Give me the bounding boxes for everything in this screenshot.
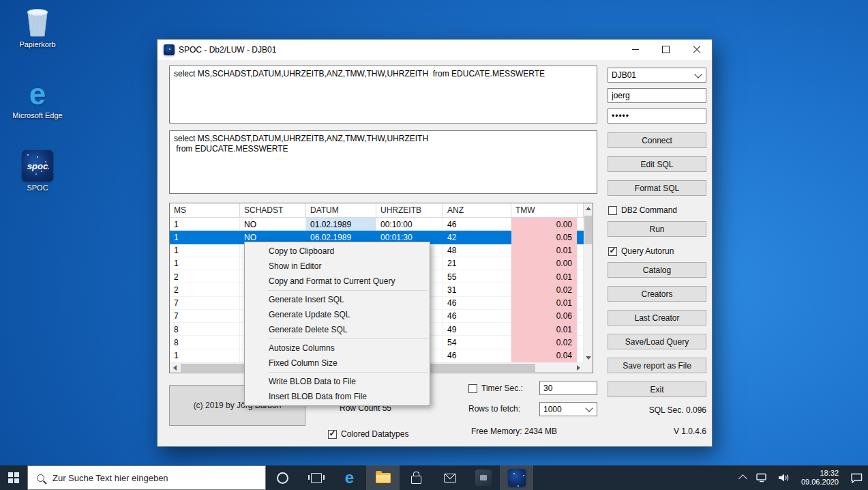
start-button[interactable] <box>0 465 27 490</box>
table-cell[interactable]: 1 <box>170 218 240 231</box>
table-cell[interactable]: 49 <box>443 323 511 336</box>
table-cell[interactable] <box>578 270 584 283</box>
database-select[interactable]: DJB01 <box>608 68 706 83</box>
table-cell[interactable]: 46 <box>443 310 511 323</box>
table-cell[interactable] <box>578 336 584 349</box>
table-cell[interactable] <box>578 297 584 310</box>
save-report-button[interactable]: Save report as File <box>608 358 706 373</box>
table-cell[interactable] <box>578 349 584 362</box>
minimize-button[interactable] <box>620 40 650 59</box>
taskbar-search[interactable] <box>27 465 266 490</box>
table-cell[interactable]: 8 <box>170 336 240 349</box>
table-cell[interactable]: 0.04 <box>511 349 578 362</box>
table-cell[interactable]: 55 <box>443 270 511 283</box>
timer-checkbox[interactable]: Timer Sec.: <box>468 384 523 393</box>
table-cell[interactable]: 0.05 <box>511 231 578 244</box>
action-center-button[interactable] <box>845 465 868 490</box>
tray-expand-button[interactable] <box>735 465 751 490</box>
menu-item-generate-insert[interactable]: Generate Insert SQL <box>245 292 430 307</box>
table-row[interactable]: 1NO01.02.198900:10:00460.00 <box>170 218 584 231</box>
table-cell[interactable] <box>578 231 584 244</box>
username-input[interactable] <box>608 88 706 103</box>
task-view-button[interactable] <box>299 465 333 490</box>
table-cell[interactable]: 0.01 <box>511 270 578 283</box>
table-cell[interactable]: NO <box>240 218 306 231</box>
table-cell[interactable]: 48 <box>443 244 511 257</box>
menu-item-generate-update[interactable]: Generate Update SQL <box>245 307 430 322</box>
table-cell[interactable]: 0.02 <box>511 283 578 296</box>
menu-item-write-blob[interactable]: Write BLOB Data to File <box>245 374 430 389</box>
table-cell[interactable]: 21 <box>443 257 511 270</box>
column-header-spacer[interactable] <box>578 203 584 217</box>
table-cell[interactable] <box>578 283 584 296</box>
table-cell[interactable]: 46 <box>443 218 511 231</box>
taskbar-file-explorer-button[interactable] <box>366 465 400 490</box>
menu-item-autosize-columns[interactable]: Autosize Columns <box>245 341 430 356</box>
edit-sql-button[interactable]: Edit SQL <box>608 156 706 172</box>
sql-query-input[interactable]: select MS,SCHADST,DATUM,UHRZEITB,ANZ,TMW… <box>169 66 597 124</box>
taskbar-edge-button[interactable]: e <box>333 465 366 490</box>
table-cell[interactable]: 1 <box>170 257 240 270</box>
table-cell[interactable]: 42 <box>443 231 511 244</box>
table-cell[interactable]: 7 <box>170 310 240 323</box>
maximize-button[interactable] <box>650 40 681 59</box>
scroll-down-arrow-icon[interactable] <box>584 353 593 362</box>
exit-button[interactable]: Exit <box>608 381 706 397</box>
menu-item-show-in-editor[interactable]: Show in Editor <box>245 259 430 274</box>
menu-item-insert-blob[interactable]: Insert BLOB Data from File <box>245 389 430 404</box>
table-cell[interactable]: 8 <box>170 323 240 336</box>
close-button[interactable] <box>681 40 712 59</box>
volume-status[interactable] <box>773 465 794 490</box>
sql-formatted-view[interactable]: select MS,SCHADST,DATUM,UHRZEITB,ANZ,TMW… <box>169 130 597 194</box>
cortana-button[interactable] <box>266 465 299 490</box>
save-load-query-button[interactable]: Save/Load Query <box>608 334 706 349</box>
column-header[interactable]: SCHADST <box>240 203 306 217</box>
checkbox-box[interactable] <box>608 247 617 256</box>
table-cell[interactable] <box>578 310 584 323</box>
taskbar-clock[interactable]: 18:32 09.06.2020 <box>794 465 845 490</box>
taskbar-spoc-button[interactable] <box>500 465 533 490</box>
table-cell[interactable]: 1 <box>170 244 240 257</box>
checkbox-box[interactable] <box>608 206 617 215</box>
table-cell[interactable]: 31 <box>443 283 511 296</box>
table-cell[interactable] <box>578 244 584 257</box>
menu-item-fixed-column-size[interactable]: Fixed Column Size <box>245 356 430 371</box>
taskbar-store-button[interactable] <box>400 465 433 490</box>
desktop-icon-spoc[interactable]: spoc SPOC <box>8 149 67 192</box>
catalog-button[interactable]: Catalog <box>608 262 706 278</box>
menu-item-generate-delete[interactable]: Generate Delete SQL <box>245 322 430 337</box>
table-cell[interactable]: 0.00 <box>511 257 578 270</box>
table-cell[interactable]: 2 <box>170 283 240 296</box>
rows-to-fetch-select[interactable]: 1000 <box>539 402 597 416</box>
table-cell[interactable]: 2 <box>170 270 240 283</box>
desktop-icon-papierkorb[interactable]: Papierkorb <box>8 5 67 48</box>
scroll-left-arrow-icon[interactable] <box>170 362 180 373</box>
menu-item-copy-format-query[interactable]: Copy and Format to Current Query <box>245 274 430 289</box>
timer-seconds-input[interactable] <box>539 381 597 395</box>
desktop-icon-edge[interactable]: e Microsoft Edge <box>8 76 67 119</box>
taskbar-mail-button[interactable] <box>433 465 466 490</box>
query-autorun-checkbox[interactable]: Query Autorun <box>608 246 674 256</box>
table-cell[interactable]: 0.01 <box>511 244 578 257</box>
vertical-scroll-thumb[interactable] <box>584 216 592 244</box>
column-header[interactable]: MS <box>170 203 240 217</box>
window-titlebar[interactable]: SPOC - Db2/LUW - DJB01 <box>158 40 712 60</box>
last-creator-button[interactable]: Last Creator <box>608 310 706 326</box>
table-cell[interactable]: 1 <box>170 231 240 244</box>
table-cell[interactable]: 0.01 <box>511 323 578 336</box>
table-cell[interactable]: 01.02.1989 <box>306 218 376 231</box>
table-cell[interactable]: 46 <box>443 349 511 362</box>
column-header[interactable]: UHRZEITB <box>376 203 443 217</box>
column-header[interactable]: ANZ <box>443 203 511 217</box>
vertical-scrollbar[interactable] <box>584 203 593 362</box>
search-input[interactable] <box>51 472 265 484</box>
taskbar-app-button[interactable] <box>466 465 500 490</box>
run-button[interactable]: Run <box>608 221 706 237</box>
table-cell[interactable]: 00:10:00 <box>376 218 443 231</box>
table-cell[interactable]: 0.02 <box>511 336 578 349</box>
table-cell[interactable]: 1 <box>170 349 240 362</box>
table-cell[interactable]: 46 <box>443 297 511 310</box>
table-cell[interactable] <box>578 323 584 336</box>
table-cell[interactable]: 0.00 <box>511 218 578 231</box>
checkbox-box[interactable] <box>468 384 477 393</box>
